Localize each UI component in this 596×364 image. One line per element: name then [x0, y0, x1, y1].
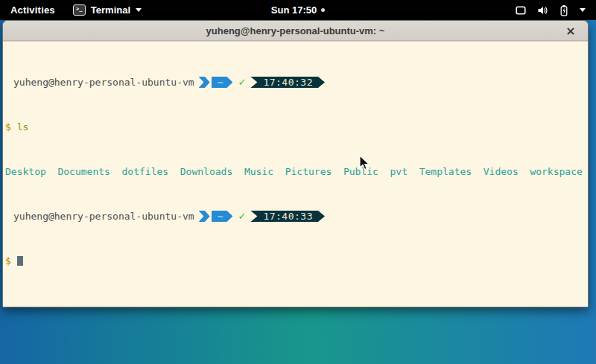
prompt-line: yuheng@henry-personal-ubuntu-vm ~ ✓ 17:4… [5, 77, 586, 88]
typed-command: ls [17, 121, 29, 132]
prompt-time-segment: 17:40:33 [250, 211, 325, 222]
directory-name: Documents [57, 166, 110, 177]
prompt-user-host: yuheng@henry-personal-ubuntu-vm [13, 77, 194, 88]
prompt-line: yuheng@henry-personal-ubuntu-vm ~ ✓ 17:4… [5, 211, 586, 222]
directory-name: Templates [419, 166, 472, 177]
directory-name: dotfiles [122, 166, 169, 177]
terminal-window: yuheng@henry-personal-ubuntu-vm: ~ × yuh… [2, 20, 589, 307]
system-status-menu[interactable] [509, 0, 592, 20]
prompt-time-segment: 17:40:32 [250, 77, 325, 88]
powerline-chevron-icon [199, 77, 210, 88]
command-line-current: $ [5, 255, 586, 266]
directory-name: pvt [390, 166, 408, 177]
battery-charging-icon [558, 4, 570, 16]
activities-button[interactable]: Activities [0, 0, 66, 20]
check-icon: ✓ [238, 77, 246, 88]
close-button[interactable]: × [562, 21, 579, 41]
directory-name: Videos [484, 166, 519, 177]
app-menu-terminal[interactable]: >_ Terminal [66, 0, 149, 20]
command-line: $ ls [5, 121, 586, 132]
directory-name: Desktop [5, 166, 46, 177]
window-title: yuheng@henry-personal-ubuntu-vm: ~ [206, 25, 385, 36]
chevron-down-icon [136, 8, 142, 12]
volume-icon [536, 4, 548, 16]
directory-name: Pictures [285, 166, 332, 177]
directory-name: workspace [530, 166, 582, 177]
terminal-screen[interactable]: yuheng@henry-personal-ubuntu-vm ~ ✓ 17:4… [3, 42, 588, 307]
desktop: Activities >_ Terminal Sun 17:50 [0, 0, 596, 364]
powerline-chevron-icon [199, 211, 210, 222]
screen-icon [515, 4, 527, 16]
directory-name: Public [343, 166, 378, 177]
text-cursor-block [17, 256, 23, 266]
clock-label: Sun 17:50 [271, 4, 317, 16]
notification-dot-icon [321, 8, 325, 12]
app-menu-label: Terminal [91, 4, 130, 16]
directory-name: Downloads [180, 166, 232, 177]
chevron-down-icon [580, 8, 586, 12]
gnome-top-bar: Activities >_ Terminal Sun 17:50 [0, 0, 596, 20]
prompt-user-host: yuheng@henry-personal-ubuntu-vm [13, 211, 194, 222]
window-titlebar[interactable]: yuheng@henry-personal-ubuntu-vm: ~ × [3, 21, 588, 41]
ls-output-line: Desktop Documents dotfiles Downloads Mus… [5, 166, 586, 177]
prompt-path-segment: ~ [212, 77, 233, 88]
prompt-path-segment: ~ [212, 211, 233, 222]
prompt-symbol: $ [5, 255, 11, 266]
check-icon: ✓ [238, 211, 246, 222]
prompt-symbol: $ [5, 121, 11, 132]
directory-name: Music [244, 166, 273, 177]
terminal-app-icon: >_ [73, 4, 86, 16]
